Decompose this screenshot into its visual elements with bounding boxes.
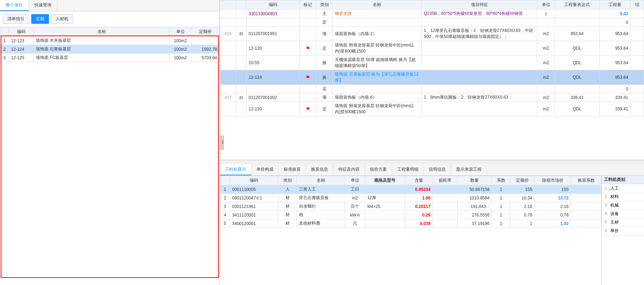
table-row[interactable]: 1 12-123 墙饰面 木夹板基层 100m2 <box>0 37 220 45</box>
bottom-tab-7[interactable]: 说明信息 <box>424 164 451 175</box>
cell-code: 12-125 <box>9 54 34 62</box>
cell-type: 材 <box>278 211 297 219</box>
col-expand <box>236 0 246 10</box>
cell-feature <box>422 56 537 70</box>
side-num: 2 <box>605 194 610 199</box>
cell-sum <box>631 93 644 102</box>
collapse-button[interactable]: 《 <box>220 136 224 150</box>
cell-expand[interactable] <box>236 85 246 93</box>
bottom-tab-4[interactable]: 特征及内容 <box>333 164 365 175</box>
table-row[interactable]: 定 0 <box>220 18 644 27</box>
side-item-5[interactable]: 6单价 <box>602 227 644 235</box>
cell-mark <box>300 27 316 41</box>
cell-market-price: 13.72 <box>534 194 571 202</box>
side-section: 工料机类别 1人工2材料3机械4设备5主材6单价 <box>602 176 644 236</box>
cell-expand[interactable] <box>236 10 246 18</box>
table-row[interactable]: 2 12-124 墙饰面 石膏板基层 100m2 1992.78 <box>0 45 220 54</box>
table-row[interactable]: 10-55 换 天棚保温吸音层 50厚 超细玻璃棉 换为【超细玻璃棉袋50厚】 … <box>220 56 644 70</box>
side-num: 3 <box>605 203 610 208</box>
tab-whole-project[interactable]: 整个项目 <box>0 0 29 11</box>
bottom-col-11: 除税市场价 <box>534 176 571 185</box>
cell-code: 0901120047①1 <box>230 194 278 202</box>
bottom-tab-8[interactable]: 显示来源工程 <box>451 164 487 175</box>
cell-qty: 0.20117 <box>405 202 433 211</box>
table-row[interactable]: 定 0 <box>220 85 644 93</box>
table-row[interactable]: 3 12-125 墙饰面 FC板基层 100m2 5703.94 <box>0 54 220 62</box>
cell-name <box>333 18 422 27</box>
table-row[interactable]: 2 0901120047①1 材 穿孔石膏吸音板 m2 12厚 1.06 101… <box>220 194 601 202</box>
side-item-1[interactable]: 2材料 <box>602 193 644 201</box>
cell-sum <box>631 18 644 27</box>
cell-def-price: 0.78 <box>510 211 535 219</box>
cell-market-price: 2.16 <box>534 202 571 211</box>
col-num <box>0 27 9 37</box>
side-item-4[interactable]: 5主材 <box>602 218 644 227</box>
cell-unit <box>537 18 555 27</box>
cell-expr: 953.64 <box>555 27 599 41</box>
cell-expand[interactable]: ⊟ <box>236 27 246 41</box>
side-label: 人工 <box>610 186 619 191</box>
table-row[interactable]: 330133004903 主 钢管支撑 Q235B，50*50*5热镀锌矩形管、… <box>220 10 644 18</box>
bottom-tab-5[interactable]: 组价方案 <box>365 164 392 175</box>
table-row[interactable]: 12-120 ⚑ 定 墙饰面 附墙龙骨基层 轻钢龙骨中距(mm以内)竖600横1… <box>220 102 644 116</box>
bottom-tab-3[interactable]: 换算信息 <box>306 164 333 175</box>
btn-labor-material[interactable]: 人材机 <box>51 14 73 24</box>
cell-code: 10-55 <box>246 56 299 70</box>
bottom-tab-6[interactable]: 工程量明细 <box>392 164 424 175</box>
cell-unit <box>537 85 555 93</box>
table-row[interactable]: 12-124 ⚑ 换 墙饰面 石膏板基层 换为【穿孔石膏吸音板12厚】 m2 Q… <box>220 70 644 85</box>
cell-unit: 100m2 <box>170 45 191 54</box>
cell-mark <box>300 56 316 70</box>
cell-num: 1 <box>0 37 9 45</box>
bottom-tab-0[interactable]: 工料机显示 <box>220 164 251 175</box>
cell-expand[interactable]: ⊟ <box>236 93 246 102</box>
cell-expand[interactable] <box>236 70 246 85</box>
table-row[interactable]: 1 0001110005 人 三类人工 工日 0.05334 50.867158… <box>220 185 601 194</box>
collapse-icon: 《 <box>220 139 224 146</box>
side-item-2[interactable]: 3机械 <box>602 201 644 210</box>
cell-qty: 0.29 <box>405 211 433 219</box>
side-label: 材料 <box>610 194 619 199</box>
cell-expr: QDL <box>555 41 599 56</box>
cell-expand[interactable] <box>236 41 246 56</box>
table-row[interactable]: 417 ⊟ 011207001002 项 墙面装饰板（内墙-6） 1、8mm厚抗… <box>220 93 644 102</box>
right-panel: 编码 标记 类别 名称 项目特征 单位 工程量表达式 工程量 综 3301330… <box>220 0 644 285</box>
bottom-tab-1[interactable]: 单价构成 <box>251 164 279 175</box>
btn-quota[interactable]: 定额 <box>31 14 49 24</box>
cell-qty: 1.06 <box>405 194 433 202</box>
cell-unit: 100m2 <box>170 37 191 45</box>
table-row[interactable]: 416 ⊟ 011207001991 项 墙面装饰板（内墙-2） 1、12厚穿孔… <box>220 27 644 41</box>
cell-coef: 1 <box>492 202 510 211</box>
scroll-divider <box>220 160 644 164</box>
table-row[interactable]: 3 0301121961 材 自攻螺钉 百个 M4×25 0.20117 191… <box>220 202 601 211</box>
cell-expand[interactable] <box>236 102 246 116</box>
cell-qty: 0.039 <box>405 219 433 228</box>
cell-unit: 百个 <box>345 202 365 211</box>
cell-def-price: 1 <box>510 219 535 228</box>
cell-unit: t <box>537 10 555 18</box>
cell-feature <box>422 85 537 93</box>
bottom-tab-2[interactable]: 标准换算 <box>279 164 306 175</box>
cell-qty: 0 <box>599 18 631 27</box>
expand-icon[interactable]: ⊟ <box>239 31 243 36</box>
cell-num: 4 <box>220 211 230 219</box>
expand-icon[interactable]: ⊟ <box>239 95 243 100</box>
side-item-3[interactable]: 4设备 <box>602 210 644 218</box>
cell-price <box>191 37 220 45</box>
side-panel: 工料机类别 1人工2材料3机械4设备5主材6单价 <box>601 176 644 285</box>
cell-code <box>246 18 299 27</box>
cell-mark: ⚑ <box>300 102 316 116</box>
side-item-0[interactable]: 1人工 <box>602 184 644 193</box>
table-row[interactable]: 12-120 ⚑ 定 墙饰面 附墙龙骨基层 轻钢龙骨中距(mm以内)竖600横1… <box>220 41 644 56</box>
cell-feature: Q235B，50*50*5热镀锌矩形管、60*40*4热镀锌钢管 <box>422 10 537 18</box>
table-row[interactable]: 4 3411120001 材 电 kW·h 0.29 276.5556 1 0.… <box>220 211 601 219</box>
cell-expand[interactable] <box>236 56 246 70</box>
table-row[interactable]: 5 3400120001 材 其他材料费 元 0.039 37.19196 1 … <box>220 219 601 228</box>
cell-rownum <box>220 102 236 116</box>
btn-list-guide[interactable]: 清单指引 <box>3 14 29 24</box>
cell-expand[interactable] <box>236 18 246 27</box>
col-qty: 工程量 <box>599 0 631 10</box>
tab-quick-query[interactable]: 快速查询 <box>29 0 57 11</box>
cell-qty: 339.41 <box>599 102 631 116</box>
cell-rownum <box>220 70 236 85</box>
